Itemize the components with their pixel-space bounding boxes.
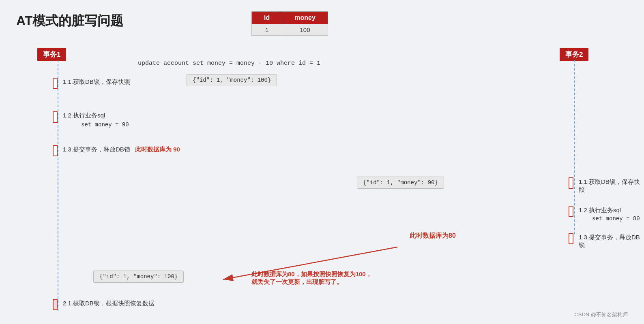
tx2-label: 事务2	[560, 48, 588, 61]
db-col-id: id	[252, 12, 282, 24]
tx2-step2-text: 1.2.执行业务sql	[579, 207, 621, 214]
tx1-step2-box	[53, 111, 58, 123]
tx2-step2-box	[569, 206, 573, 217]
db-col-money: money	[282, 12, 328, 24]
rollback-note: 此时数据库为80，如果按照快照恢复为100， 就丢失了一次更新，出现脏写了。	[251, 271, 372, 286]
tx1-step3-text: 1.3.提交事务，释放DB锁 此时数据库为 90	[63, 146, 180, 153]
tx1-step3-box	[53, 145, 58, 156]
tx2-step3-text: 1.3.提交事务，释放DB锁	[579, 234, 644, 249]
tx2-step2-code: set money = 80	[592, 215, 640, 222]
tx1-vline	[58, 60, 58, 311]
tx2-snapshot-code: {"id": 1, "money": 90}	[357, 177, 444, 189]
tx1-step1-code: {"id": 1, "money": 100}	[187, 74, 277, 86]
sql-update-stmt: update account set money = money - 10 wh…	[138, 60, 320, 67]
tx1-step2-code: set money = 90	[81, 122, 129, 128]
db-row-money: 100	[282, 24, 328, 36]
db-table: id money 1 100	[251, 11, 328, 36]
tx1-label: 事务1	[37, 48, 66, 61]
tx1-rollback-box	[53, 299, 58, 310]
tx2-step1-text: 1.1.获取DB锁，保存快照	[579, 178, 644, 194]
tx1-step1-text: 1.1.获取DB锁，保存快照	[63, 78, 130, 86]
tx1-step1-box	[53, 78, 58, 89]
db-row-id: 1	[252, 24, 282, 36]
tx2-step3-box	[569, 233, 573, 244]
footer: CSDN @不知名架构师	[574, 311, 628, 318]
tx1-step2-text: 1.2.执行业务sql	[63, 112, 105, 119]
tx1-rollback-text: 2.1.获取DB锁，根据快照恢复数据	[63, 300, 155, 307]
tx2-step1-box	[569, 177, 573, 189]
tx2-vline	[574, 60, 575, 234]
tx1-rollback-code: {"id": 1, "money": 100}	[93, 271, 184, 283]
tx1-step3-highlight: 此时数据库为 90	[135, 146, 180, 153]
